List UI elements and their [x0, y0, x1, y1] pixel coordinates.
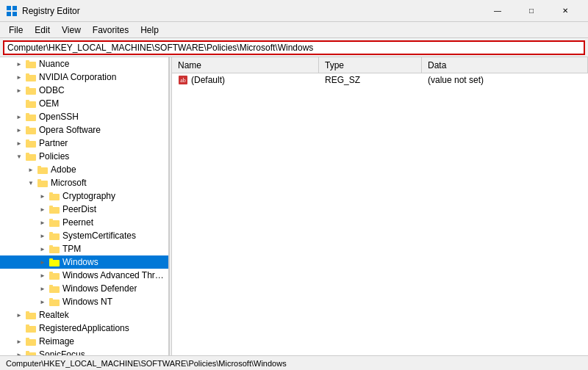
folder-icon [25, 349, 37, 355]
tree-item-label: Windows [62, 257, 98, 267]
tree-expander[interactable]: ► [13, 308, 25, 322]
svg-rect-43 [26, 313, 36, 319]
tree-item[interactable]: ►Nuance [0, 57, 168, 70]
menu-item-help[interactable]: Help [135, 23, 165, 37]
data-cell-value: (value not set) [422, 75, 588, 85]
tree-expander[interactable]: ▼ [25, 176, 37, 189]
menu-item-file[interactable]: File [3, 23, 29, 37]
folder-icon [37, 164, 49, 175]
tree-expander[interactable]: ► [37, 295, 49, 308]
tree-expander[interactable]: ► [37, 282, 49, 295]
tree-item-label: TPM [62, 244, 81, 254]
menu-item-edit[interactable]: Edit [29, 23, 56, 37]
col-header-type[interactable]: Type [319, 57, 422, 73]
tree-item[interactable]: ►Windows Advanced Threat Prote... [0, 269, 168, 282]
address-input[interactable] [3, 40, 585, 55]
folder-icon [25, 111, 37, 123]
tree-item-label: Nuance [39, 59, 69, 69]
folder-icon [25, 84, 37, 96]
svg-rect-9 [26, 88, 36, 95]
tree-expander[interactable]: ► [37, 203, 49, 216]
tree-item[interactable]: ►SonicFocus [0, 348, 168, 355]
tree-expander[interactable] [13, 322, 25, 335]
tree-expander[interactable]: ► [37, 242, 49, 255]
svg-rect-49 [26, 352, 36, 356]
tree-item[interactable]: ►Cryptography [0, 189, 168, 203]
tree-expander[interactable]: ► [13, 110, 25, 123]
reg-value-icon: ab [178, 75, 188, 85]
data-area[interactable]: ab(Default)REG_SZ(value not set) [172, 73, 588, 355]
window-controls: — □ ✕ [481, 0, 582, 22]
tree-expander[interactable]: ► [13, 137, 25, 150]
tree-expander[interactable]: ► [25, 163, 37, 176]
svg-rect-27 [49, 207, 60, 214]
tree-item-label: Microsoft [51, 178, 87, 188]
folder-icon [49, 296, 60, 308]
tree-expander[interactable]: ► [37, 255, 49, 269]
svg-rect-39 [49, 286, 60, 293]
tree-expander[interactable]: ► [13, 57, 25, 70]
tree-item[interactable]: ▼Microsoft [0, 176, 168, 189]
menu-item-view[interactable]: View [56, 23, 87, 37]
maximize-button[interactable]: □ [514, 0, 548, 22]
tree-expander[interactable]: ► [37, 229, 49, 242]
folder-icon [49, 217, 60, 228]
menu-item-favorites[interactable]: Favorites [87, 23, 135, 37]
tree-expander[interactable]: ► [13, 70, 25, 84]
svg-rect-33 [49, 247, 60, 253]
right-panel: Name Type Data ab(Default)REG_SZ(value n… [172, 57, 588, 355]
minimize-button[interactable]: — [481, 0, 514, 22]
tree-expander[interactable]: ► [37, 269, 49, 282]
svg-rect-31 [49, 233, 60, 240]
tree-expander[interactable]: ► [13, 123, 25, 137]
tree-item[interactable]: ►Windows NT [0, 295, 168, 308]
tree-expander[interactable]: ► [13, 348, 25, 355]
status-text: Computer\HKEY_LOCAL_MACHINE\SOFTWARE\Pol… [6, 359, 287, 368]
tree-item[interactable]: ►Windows [0, 255, 168, 269]
app-icon [6, 5, 18, 17]
tree-expander[interactable]: ► [37, 216, 49, 229]
tree-item-label: Realtek [39, 310, 69, 320]
tree-item[interactable]: ►Peernet [0, 216, 168, 229]
tree-item[interactable]: ▼Policies [0, 150, 168, 163]
tree-item-label: Adobe [51, 164, 76, 175]
column-headers: Name Type Data [172, 57, 588, 73]
tree-expander[interactable]: ► [13, 84, 25, 97]
svg-rect-13 [26, 115, 36, 121]
folder-icon [25, 58, 37, 70]
tree-item[interactable]: ►PeerDist [0, 203, 168, 216]
tree-item[interactable]: OEM [0, 97, 168, 110]
close-button[interactable]: ✕ [548, 0, 582, 22]
tree-panel[interactable]: ►Nuance►NVIDIA Corporation►ODBCOEM►OpenS… [0, 57, 169, 355]
svg-rect-7 [26, 75, 36, 81]
tree-expander[interactable]: ► [37, 189, 49, 203]
address-bar [0, 38, 588, 57]
tree-item-label: Opera Software [39, 125, 101, 135]
tree-item-label: Policies [39, 151, 69, 162]
svg-rect-5 [26, 62, 36, 68]
tree-item[interactable]: ►Windows Defender [0, 282, 168, 295]
col-header-name[interactable]: Name [172, 57, 319, 73]
svg-text:ab: ab [180, 77, 186, 84]
tree-item[interactable]: ►Opera Software [0, 123, 168, 137]
tree-item-label: Reimage [39, 336, 74, 347]
table-row[interactable]: ab(Default)REG_SZ(value not set) [172, 73, 588, 87]
menu-bar: FileEditViewFavoritesHelp [0, 22, 588, 38]
tree-expander[interactable]: ▼ [13, 150, 25, 163]
svg-rect-25 [49, 194, 60, 200]
col-header-data[interactable]: Data [422, 57, 588, 73]
tree-item[interactable]: ►ODBC [0, 84, 168, 97]
tree-item[interactable]: ►TPM [0, 242, 168, 255]
tree-item[interactable]: ►SystemCertificates [0, 229, 168, 242]
folder-icon [25, 137, 37, 149]
tree-item[interactable]: ►Adobe [0, 163, 168, 176]
tree-item[interactable]: ►OpenSSH [0, 110, 168, 123]
tree-item-label: NVIDIA Corporation [39, 72, 116, 82]
tree-item[interactable]: ►Partner [0, 137, 168, 150]
tree-expander[interactable]: ► [13, 335, 25, 348]
tree-expander[interactable] [13, 97, 25, 110]
tree-item[interactable]: ►Reimage [0, 335, 168, 348]
tree-item[interactable]: RegisteredApplications [0, 322, 168, 335]
tree-item[interactable]: ►Realtek [0, 308, 168, 322]
tree-item[interactable]: ►NVIDIA Corporation [0, 70, 168, 84]
